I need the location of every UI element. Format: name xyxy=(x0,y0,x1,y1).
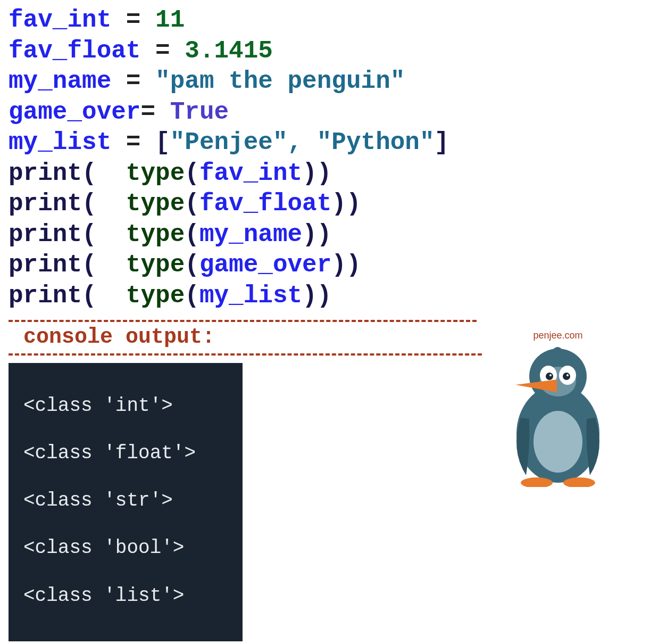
paren-open2: ( xyxy=(185,221,199,249)
paren-open: ( xyxy=(82,221,126,249)
type-func: type xyxy=(126,282,185,310)
bool-literal: True xyxy=(170,98,229,126)
svg-point-6 xyxy=(546,373,553,380)
paren-close2: ) xyxy=(302,282,317,310)
svg-point-7 xyxy=(563,373,570,380)
var-my-name: my_name xyxy=(9,68,111,95)
string-literal: "pam the penguin" xyxy=(155,68,405,95)
var-my-list: my_list xyxy=(9,129,111,156)
comma: , xyxy=(288,129,317,156)
code-line-9: print( type(game_over)) xyxy=(9,250,658,281)
string-literal: "Penjee" xyxy=(170,129,288,156)
svg-point-1 xyxy=(533,411,582,473)
arg: fav_int xyxy=(199,160,302,187)
paren-open: ( xyxy=(82,251,126,279)
paren-close: ) xyxy=(317,221,332,249)
paren-open: ( xyxy=(82,160,126,187)
code-line-1: fav_int = 11 xyxy=(9,5,658,36)
output-line: <class 'list'> xyxy=(23,584,233,608)
code-line-10: print( type(my_list)) xyxy=(9,281,658,312)
penguin-icon xyxy=(499,343,616,487)
code-line-7: print( type(fav_float)) xyxy=(9,189,658,220)
type-func: type xyxy=(126,251,185,279)
code-line-6: print( type(fav_int)) xyxy=(9,159,658,189)
paren-close2: ) xyxy=(302,221,317,249)
arg: game_over xyxy=(199,251,331,279)
divider-top xyxy=(9,320,477,322)
output-line: <class 'bool'> xyxy=(23,536,233,560)
print-func: print xyxy=(9,160,82,187)
paren-close2: ) xyxy=(331,190,346,218)
arg: my_list xyxy=(199,282,302,310)
paren-close2: ) xyxy=(331,251,346,279)
svg-point-9 xyxy=(566,374,569,376)
output-line: <class 'float'> xyxy=(23,442,233,466)
code-block: fav_int = 11 fav_float = 3.1415 my_name … xyxy=(9,5,658,311)
code-line-5: my_list = ["Penjee", "Python"] xyxy=(9,128,658,159)
code-line-4: game_over= True xyxy=(9,97,658,128)
paren-open2: ( xyxy=(185,282,199,310)
paren-open: ( xyxy=(82,190,126,218)
code-line-2: fav_float = 3.1415 xyxy=(9,36,658,67)
var-fav-float: fav_float xyxy=(9,37,140,65)
paren-close: ) xyxy=(346,251,361,279)
print-func: print xyxy=(9,251,82,279)
arg: fav_float xyxy=(199,190,331,218)
paren-open: ( xyxy=(82,282,126,310)
print-func: print xyxy=(9,190,82,218)
type-func: type xyxy=(126,190,185,218)
int-literal: 11 xyxy=(155,6,185,34)
output-line: <class 'str'> xyxy=(23,489,233,513)
code-line-3: my_name = "pam the penguin" xyxy=(9,67,658,97)
string-literal: "Python" xyxy=(317,129,435,156)
output-line: <class 'int'> xyxy=(23,394,233,418)
paren-close2: ) xyxy=(302,160,317,187)
bracket-close: ] xyxy=(435,129,449,156)
var-fav-int: fav_int xyxy=(9,6,111,34)
bracket-open: [ xyxy=(155,129,170,156)
equals: = xyxy=(111,6,155,34)
equals: = xyxy=(111,129,155,156)
type-func: type xyxy=(126,160,185,187)
print-func: print xyxy=(9,282,82,310)
type-func: type xyxy=(126,221,185,249)
paren-close: ) xyxy=(317,282,332,310)
penguin-caption: penjee.com xyxy=(499,330,616,341)
equals: = xyxy=(111,68,155,95)
equals: = xyxy=(140,37,185,65)
arg: my_name xyxy=(199,221,302,249)
var-game-over: game_over xyxy=(9,98,140,126)
paren-close: ) xyxy=(346,190,361,218)
equals: = xyxy=(140,98,170,126)
svg-point-8 xyxy=(549,374,552,376)
paren-close: ) xyxy=(317,160,332,187)
penguin-mascot: penjee.com xyxy=(499,330,616,494)
float-literal: 3.1415 xyxy=(185,37,273,65)
paren-open2: ( xyxy=(185,251,199,279)
divider-bottom xyxy=(9,353,482,356)
paren-open2: ( xyxy=(185,160,199,187)
code-line-8: print( type(my_name)) xyxy=(9,220,658,251)
console-output: <class 'int'> <class 'float'> <class 'st… xyxy=(9,363,243,641)
paren-open2: ( xyxy=(185,190,199,218)
print-func: print xyxy=(9,221,82,249)
